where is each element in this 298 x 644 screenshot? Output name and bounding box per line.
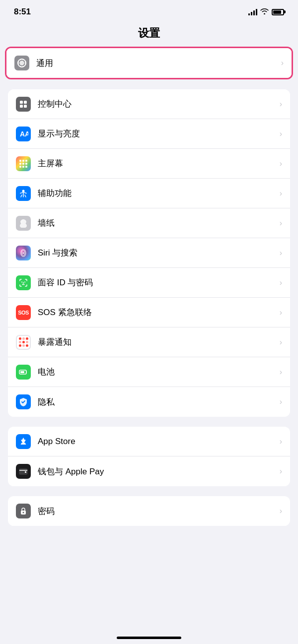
svg-point-0 [21,62,23,64]
wallet-icon [16,464,31,479]
svg-point-15 [22,190,25,192]
siri-label: Siri 与搜索 [38,247,280,258]
svg-point-24 [23,512,24,514]
svg-rect-22 [25,471,26,473]
siri-chevron: › [280,249,282,258]
exposure-label: 暴露通知 [38,336,280,348]
password-label: 密码 [38,506,280,517]
status-bar: 8:51 [0,0,298,21]
display-chevron: › [280,129,282,138]
privacy-chevron: › [280,397,282,406]
svg-rect-10 [22,163,24,165]
sos-chevron: › [280,308,282,317]
row-wallet[interactable]: 钱包与 Apple Pay › [8,456,290,486]
exposure-icon [16,335,31,350]
section-2: App Store › 钱包与 Apple Pay › [8,427,290,486]
control-center-icon [16,97,31,112]
wallpaper-icon [16,216,31,231]
home-screen-icon [16,156,31,171]
row-display[interactable]: AA 显示与亮度 › [8,119,290,149]
row-accessibility[interactable]: 辅助功能 › [8,179,290,208]
svg-rect-20 [20,371,24,373]
accessibility-label: 辅助功能 [38,188,280,199]
signal-icon [248,8,257,15]
accessibility-chevron: › [280,189,282,198]
privacy-icon [16,394,31,409]
svg-rect-8 [25,160,27,162]
svg-rect-4 [24,105,27,108]
exposure-dot-grid [19,337,28,347]
control-center-label: 控制中心 [38,98,280,110]
page-title: 设置 [0,21,298,47]
general-chevron: › [281,59,284,67]
accessibility-icon [16,186,31,201]
battery-label: 电池 [38,366,280,378]
row-home-screen[interactable]: 主屏幕 › [8,149,290,179]
svg-rect-11 [25,163,27,165]
general-label: 通用 [36,58,281,69]
svg-rect-13 [22,166,24,168]
appstore-label: App Store [38,437,280,447]
sos-text: SOS [18,310,29,316]
privacy-label: 隐私 [38,396,280,408]
password-icon [16,504,31,518]
appstore-icon [16,434,31,449]
wallet-label: 钱包与 Apple Pay [38,466,280,477]
row-general[interactable]: 通用 › [6,48,292,78]
row-privacy[interactable]: 隐私 › [8,387,290,417]
exposure-chevron: › [280,338,282,347]
row-control-center[interactable]: 控制中心 › [8,89,290,119]
appstore-chevron: › [280,437,282,446]
svg-text:AA: AA [20,130,28,138]
svg-rect-6 [19,160,21,162]
faceid-icon [16,275,31,290]
home-screen-label: 主屏幕 [38,158,280,169]
siri-icon [16,246,31,260]
wallpaper-chevron: › [280,219,282,228]
home-bar [117,637,181,639]
battery-status-icon [272,9,284,15]
wallet-chevron: › [280,467,282,476]
home-screen-chevron: › [280,159,282,168]
svg-rect-12 [19,166,21,168]
general-icon [14,56,29,70]
row-faceid[interactable]: 面容 ID 与密码 › [8,268,290,298]
row-sos[interactable]: SOS SOS 紧急联络 › [8,298,290,327]
control-center-chevron: › [280,100,282,109]
sos-icon: SOS [16,305,31,320]
section-3: 密码 › [8,496,290,526]
display-icon: AA [16,127,31,141]
svg-rect-7 [22,160,24,162]
row-siri[interactable]: Siri 与搜索 › [8,238,290,268]
status-icons [248,8,284,16]
faceid-chevron: › [280,278,282,287]
battery-chevron: › [280,368,282,377]
sos-label: SOS 紧急联络 [38,307,280,318]
svg-point-18 [23,252,24,254]
svg-rect-2 [24,101,27,104]
svg-rect-3 [20,105,23,108]
wifi-icon [260,8,269,16]
row-exposure[interactable]: 暴露通知 › [8,327,290,357]
row-password[interactable]: 密码 › [8,496,290,526]
highlighted-section: 通用 › [5,47,293,79]
faceid-label: 面容 ID 与密码 [38,277,280,288]
svg-rect-9 [19,163,21,165]
battery-icon [16,365,31,380]
password-chevron: › [280,507,282,515]
section-1: 控制中心 › AA 显示与亮度 › 主屏幕 › [8,89,290,417]
row-wallpaper[interactable]: 墙纸 › [8,208,290,238]
status-time: 8:51 [14,7,31,17]
svg-rect-1 [20,101,23,104]
row-battery[interactable]: 电池 › [8,357,290,387]
wallpaper-label: 墙纸 [38,217,280,229]
display-label: 显示与亮度 [38,128,280,139]
svg-rect-14 [25,166,27,168]
row-appstore[interactable]: App Store › [8,427,290,456]
